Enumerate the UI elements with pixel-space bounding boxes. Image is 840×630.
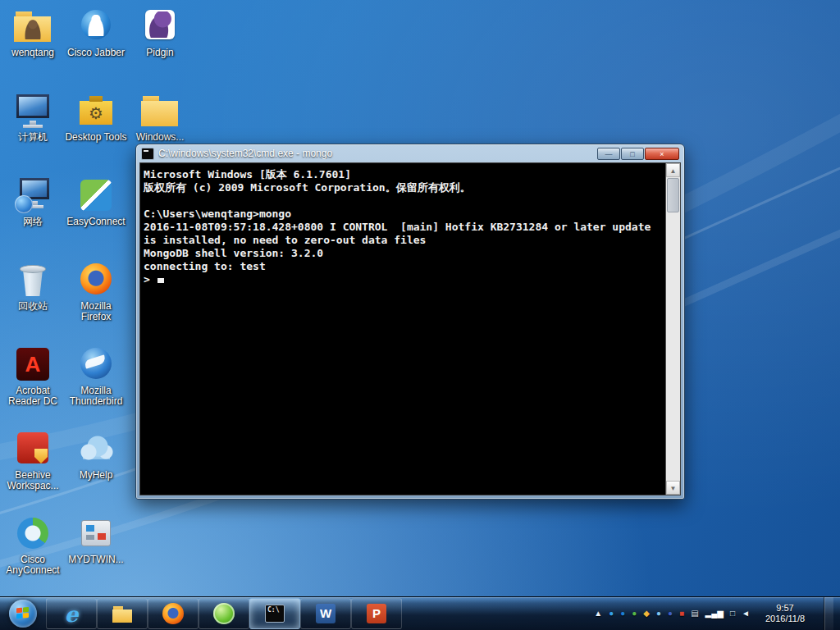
user-folder-icon: [13, 7, 52, 46]
console-line: connecting to: test: [144, 260, 663, 273]
browser-icon: [212, 602, 235, 625]
start-area: [0, 597, 46, 630]
minimize-button[interactable]: —: [597, 148, 620, 160]
desktop-icon-label: Beehive Workspac...: [2, 470, 64, 491]
desktop-icon-label: EasyConnect: [66, 217, 125, 227]
window-title: C:\windows\system32\cmd.exe - mongo: [158, 148, 592, 159]
volume-icon[interactable]: ◄: [742, 597, 750, 630]
clock-time: 9:57: [758, 603, 812, 614]
cmd-icon: [141, 148, 154, 160]
tray-notes-icon[interactable]: ▤: [691, 597, 698, 630]
desktop-icon-user-folder[interactable]: wenqtang: [2, 7, 64, 58]
taskbar-button-ie[interactable]: [46, 598, 97, 629]
desktop-icon-label: Cisco AnyConnect: [2, 555, 64, 576]
desktop-icon-jabber[interactable]: Cisco Jabber: [65, 7, 127, 58]
desktop-icon-label: Windows...: [136, 132, 185, 143]
taskbar-button-cmd[interactable]: [249, 598, 300, 629]
desktop-icon-label: MYDTWIN...: [68, 555, 123, 565]
tray-green-app-icon[interactable]: ●: [632, 597, 637, 630]
desktop-icon-firefox[interactable]: Mozilla Firefox: [65, 260, 127, 322]
console-text: Microsoft Windows [版本 6.1.7601]版权所有 (c) …: [144, 168, 663, 495]
desktop-icon-pidgin[interactable]: Pidgin: [129, 7, 191, 58]
console-line: Microsoft Windows [版本 6.1.7601]: [144, 168, 663, 181]
taskbar-button-powerpoint[interactable]: [351, 598, 402, 629]
taskbar-clock[interactable]: 9:57 2016/11/8: [756, 603, 814, 624]
taskbar-button-word[interactable]: [300, 598, 351, 629]
window-titlebar[interactable]: C:\windows\system32\cmd.exe - mongo — □ …: [136, 144, 684, 162]
network-icon: [13, 176, 52, 215]
desktop-icon-folder[interactable]: Windows...: [129, 91, 191, 143]
window-controls: — □ ×: [597, 148, 679, 160]
maximize-button[interactable]: □: [621, 148, 644, 160]
desktop-icon-thunderbird[interactable]: Mozilla Thunderbird: [65, 345, 127, 407]
folder-icon: [140, 91, 180, 130]
console-cursor: [158, 278, 164, 283]
desktop-icon-label: Cisco Jabber: [67, 48, 125, 58]
taskbar-button-explorer[interactable]: [97, 598, 148, 629]
taskbar-button-firefox[interactable]: [148, 598, 199, 629]
start-button[interactable]: [9, 600, 37, 628]
pidgin-icon: [140, 7, 180, 46]
tray-jabber-icon[interactable]: ●: [620, 597, 625, 630]
system-tray: ▲●●●◆●●■▤▂▄▆□◄ 9:57 2016/11/8: [594, 597, 840, 630]
tray-blue-app-icon[interactable]: ●: [609, 597, 614, 630]
desktop-icon-label: 计算机: [18, 132, 48, 143]
console-output[interactable]: Microsoft Windows [版本 6.1.7601]版权所有 (c) …: [139, 162, 681, 495]
close-button[interactable]: ×: [645, 148, 679, 160]
beehive-icon: [13, 429, 52, 468]
scroll-up-icon[interactable]: ▲: [666, 163, 680, 177]
desktop-icon-anyconnect[interactable]: Cisco AnyConnect: [2, 514, 64, 576]
toolbox-icon: [76, 91, 116, 130]
thunderbird-icon: [76, 345, 116, 384]
hidden-icons-chevron[interactable]: ▲: [594, 597, 602, 630]
myhelp-icon: [76, 429, 116, 468]
taskbar-button-browser[interactable]: [199, 598, 249, 629]
computer-icon: [13, 91, 52, 130]
tray-cloud-icon[interactable]: ●: [656, 597, 661, 630]
ie-icon: [60, 602, 83, 625]
tray-icon-row: ▲●●●◆●●■▤▂▄▆□◄: [594, 597, 750, 630]
firefox-icon: [162, 602, 185, 625]
scrollbar-thumb[interactable]: [667, 178, 679, 212]
desktop-icon-recycle-bin[interactable]: 回收站: [2, 260, 64, 312]
desktop-icon-label: MyHelp: [80, 470, 113, 481]
desktop-icon-installer[interactable]: MYDTWIN...: [65, 514, 127, 565]
clock-date: 2016/11/8: [758, 614, 812, 624]
acrobat-icon: [13, 345, 52, 384]
signal-strength-icon[interactable]: ▂▄▆: [705, 597, 724, 630]
console-line: 版权所有 (c) 2009 Microsoft Corporation。保留所有…: [144, 181, 663, 194]
powerpoint-icon: [365, 602, 388, 625]
console-line: [144, 194, 663, 208]
desktop-icon-toolbox[interactable]: Desktop Tools: [65, 91, 127, 143]
desktop-icon-easyconnect[interactable]: EasyConnect: [65, 176, 127, 227]
cmd-window[interactable]: C:\windows\system32\cmd.exe - mongo — □ …: [135, 144, 685, 500]
desktop-icon-network[interactable]: 网络: [2, 176, 64, 227]
scroll-down-icon[interactable]: ▼: [666, 481, 680, 495]
tray-shield-icon[interactable]: ◆: [643, 597, 650, 630]
tray-red-app-icon[interactable]: ■: [679, 597, 684, 630]
cmd-icon: [263, 602, 286, 625]
anyconnect-icon: [13, 514, 52, 553]
desktop-icon-label: 网络: [23, 217, 43, 227]
explorer-icon: [111, 602, 134, 625]
desktop-icon-beehive[interactable]: Beehive Workspac...: [2, 429, 64, 491]
show-desktop-button[interactable]: [824, 597, 833, 630]
console-line: C:\Users\wenqtang>mongo: [144, 208, 663, 221]
windows-flag-icon: [16, 608, 22, 614]
network-icon[interactable]: □: [730, 597, 735, 630]
recycle-bin-icon: [13, 260, 52, 299]
desktop-icon-myhelp[interactable]: MyHelp: [65, 429, 127, 481]
console-line: is installed, no need to zero-out data f…: [144, 234, 663, 247]
tray-comm-icon[interactable]: ●: [668, 597, 673, 630]
jabber-icon: [76, 7, 116, 46]
installer-icon: [76, 514, 116, 553]
console-line: MongoDB shell version: 3.2.0: [144, 247, 663, 260]
console-scrollbar[interactable]: ▲ ▼: [665, 163, 680, 495]
console-line: 2016-11-08T09:57:18.428+0800 I CONTROL […: [144, 221, 663, 234]
desktop-icon-computer[interactable]: 计算机: [2, 91, 64, 143]
desktop-icon-label: 回收站: [18, 301, 48, 312]
desktop-icon-acrobat[interactable]: Acrobat Reader DC: [2, 345, 64, 407]
desktop-icon-label: Acrobat Reader DC: [2, 386, 64, 407]
desktop: wenqtang 计算机 网络 回收站 Acrobat Reader DC Be…: [0, 0, 840, 630]
console-line: >: [144, 273, 663, 286]
